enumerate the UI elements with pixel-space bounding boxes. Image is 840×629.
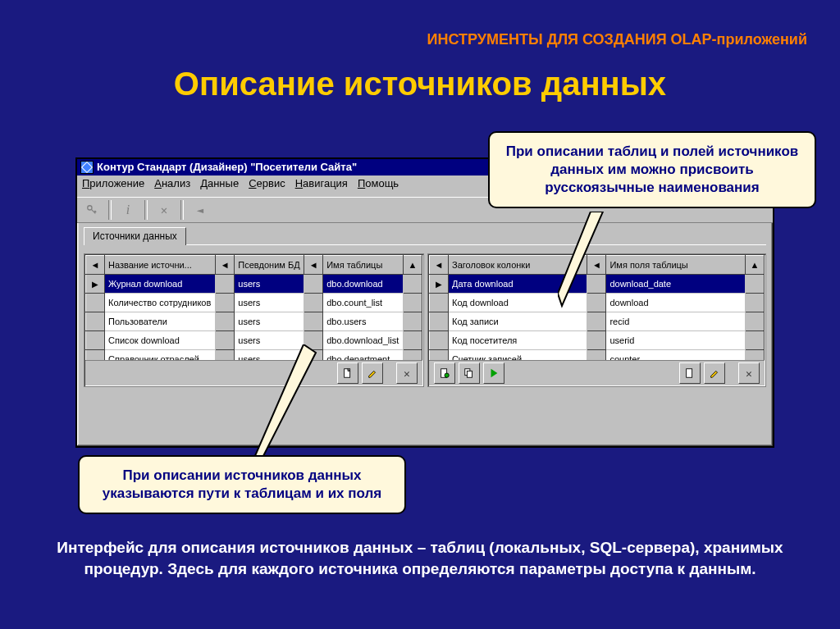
cell: users bbox=[235, 275, 304, 294]
svg-rect-6 bbox=[467, 371, 472, 377]
app-logo-icon bbox=[80, 161, 94, 174]
cell: dbo.users bbox=[323, 312, 404, 331]
table-row[interactable]: Пользователи users dbo.users bbox=[86, 312, 422, 331]
grid-nav-first[interactable]: ◄ bbox=[86, 256, 105, 275]
grid-nav-col1[interactable]: ◄ bbox=[216, 256, 235, 275]
toolbar-separator bbox=[144, 200, 148, 220]
tab-sources[interactable]: Источники данных bbox=[84, 227, 186, 245]
delete-icon[interactable]: ✕ bbox=[396, 362, 418, 384]
grid-nav-first[interactable]: ◄ bbox=[430, 256, 449, 275]
cell: Журнал download bbox=[105, 275, 216, 294]
cell: download_date bbox=[606, 275, 746, 294]
cell: Справочник отраслей bbox=[105, 350, 216, 361]
callout-bottom-text: При описании источников данных указывают… bbox=[103, 467, 382, 501]
cell: Пользователи bbox=[105, 312, 216, 331]
callout-top-pointer bbox=[558, 212, 607, 310]
delete-icon[interactable]: ✕ bbox=[153, 198, 176, 221]
window-title: Контур Стандарт (Дизайнер) "Посетители С… bbox=[97, 159, 357, 175]
menu-service[interactable]: Сервис bbox=[249, 177, 285, 195]
info-icon[interactable]: i bbox=[116, 198, 139, 221]
table-row[interactable]: Счетчик записей counter bbox=[430, 350, 765, 361]
table-row[interactable]: ▶ Журнал download users dbo.download bbox=[86, 275, 422, 294]
col-table[interactable]: Имя таблицы bbox=[323, 256, 404, 275]
svg-point-4 bbox=[445, 373, 449, 377]
delete-icon[interactable]: ✕ bbox=[738, 362, 760, 384]
cell: Код посетителя bbox=[449, 331, 587, 350]
menu-app[interactable]: Приложение bbox=[82, 177, 144, 195]
callout-top: При описании таблиц и полей источников д… bbox=[488, 131, 816, 208]
menu-analysis[interactable]: Анализ bbox=[154, 177, 190, 195]
cell: Список download bbox=[105, 331, 216, 350]
row-indicator-icon: ▶ bbox=[86, 275, 105, 294]
svg-marker-0 bbox=[558, 212, 603, 306]
right-grid-toolbar: ✕ bbox=[429, 360, 765, 385]
menu-nav[interactable]: Навигация bbox=[295, 177, 348, 195]
table-row[interactable]: Количество сотрудников users dbo.count_l… bbox=[86, 294, 422, 312]
callout-top-text: При описании таблиц и полей источников д… bbox=[506, 144, 798, 195]
edit-icon[interactable] bbox=[704, 362, 725, 384]
slide-header: ИНСТРУМЕНТЫ ДЛЯ СОЗДАНИЯ OLAP-приложений bbox=[0, 31, 807, 48]
callout-bottom-pointer bbox=[254, 344, 320, 459]
col-source-name[interactable]: Название источни... bbox=[105, 256, 216, 275]
key-icon[interactable] bbox=[80, 198, 103, 221]
edit-icon[interactable] bbox=[362, 362, 383, 384]
copy-icon[interactable] bbox=[459, 362, 480, 384]
grid-nav-last[interactable]: ▲ bbox=[404, 256, 422, 275]
col-field-name[interactable]: Имя поля таблицы bbox=[606, 256, 746, 275]
grid-nav-col2[interactable]: ◄ bbox=[304, 256, 323, 275]
cell: users bbox=[235, 312, 304, 331]
col-alias[interactable]: Псевдоним БД bbox=[235, 256, 304, 275]
svg-marker-9 bbox=[254, 344, 316, 458]
new-icon[interactable] bbox=[337, 362, 358, 384]
menu-help[interactable]: Помощь bbox=[358, 177, 399, 195]
cell: userid bbox=[606, 331, 746, 350]
back-icon[interactable]: ◄ bbox=[189, 198, 212, 221]
row-indicator-icon: ▶ bbox=[430, 275, 449, 294]
cell: dbo.count_list bbox=[323, 294, 404, 312]
toolbar-separator bbox=[108, 200, 112, 220]
run-icon[interactable] bbox=[483, 362, 504, 384]
cell: recid bbox=[606, 312, 746, 331]
grid-nav-last[interactable]: ▲ bbox=[746, 256, 765, 275]
svg-rect-8 bbox=[687, 369, 692, 378]
cell: counter bbox=[606, 350, 746, 361]
toolbar-separator bbox=[180, 200, 184, 220]
table-row[interactable]: Код записи recid bbox=[430, 312, 765, 331]
slide-title: Описание источников данных bbox=[0, 66, 840, 103]
cell: dbo.download_list bbox=[323, 331, 404, 350]
svg-marker-7 bbox=[491, 369, 498, 378]
cell: users bbox=[235, 294, 304, 312]
cell: dbo.download bbox=[323, 275, 404, 294]
cell: dbo.department bbox=[323, 350, 404, 361]
cell: download bbox=[606, 294, 746, 312]
cell: Счетчик записей bbox=[449, 350, 587, 361]
refresh-icon[interactable] bbox=[434, 362, 455, 384]
cell: Код записи bbox=[449, 312, 587, 331]
cell: Количество сотрудников bbox=[105, 294, 216, 312]
table-row[interactable]: Код посетителя userid bbox=[430, 331, 765, 350]
tab-strip: Источники данных bbox=[77, 223, 773, 247]
menu-data[interactable]: Данные bbox=[200, 177, 239, 195]
new-icon[interactable] bbox=[679, 362, 701, 384]
slide-footer-text: Интерфейс для описания источников данных… bbox=[25, 537, 815, 579]
callout-bottom: При описании источников данных указывают… bbox=[78, 455, 406, 514]
